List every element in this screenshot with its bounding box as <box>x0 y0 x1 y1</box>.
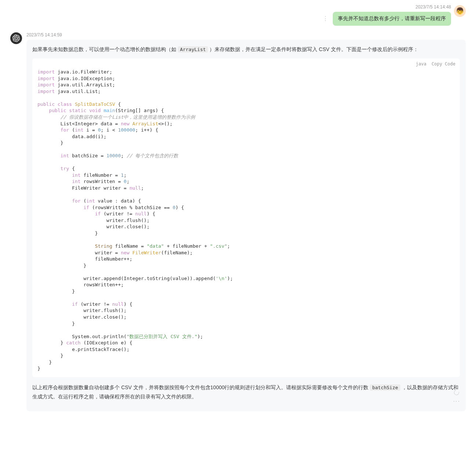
intro-text-b: ）来存储数据，并在满足一定条件时将数据写入 CSV 文件。下面是一个修改后的示例… <box>208 46 418 52</box>
user-timestamp: 2023/7/5 14:14:48 <box>415 4 451 10</box>
user-message-row: 2023/7/5 14:14:48 ⋮ 事先并不知道总数有多少行，请重新写一段程… <box>10 4 466 26</box>
openai-icon <box>12 35 20 42</box>
assistant-content: 2023/7/5 14:14:59 如果事先未知数据总数，可以使用一个动态增长的… <box>26 32 466 411</box>
code-body: import java.io.FileWriter; import java.i… <box>32 67 460 377</box>
more-icon[interactable]: ⋮ <box>453 398 460 405</box>
assistant-bubble: 如果事先未知数据总数，可以使用一个动态增长的数据结构（如 ArrayList ）… <box>26 40 466 411</box>
outro-text-a: 以上程序会根据数据数量自动创建多个 CSV 文件，并将数据按照每个文件包含100… <box>32 384 370 390</box>
assistant-message-row: 2023/7/5 14:14:59 如果事先未知数据总数，可以使用一个动态增长的… <box>10 32 466 411</box>
code-block: java Copy Code import java.io.FileWriter… <box>32 58 460 377</box>
code-lang-label: java <box>416 61 426 67</box>
outro-paragraph: 以上程序会根据数据数量自动创建多个 CSV 文件，并将数据按照每个文件包含100… <box>32 383 460 401</box>
user-message-content: 2023/7/5 14:14:48 ⋮ 事先并不知道总数有多少行，请重新写一段程… <box>321 4 451 26</box>
inline-code-batchsize: batchSize <box>370 384 400 391</box>
copy-code-button[interactable]: Copy Code <box>432 61 455 67</box>
code-header: java Copy Code <box>32 58 460 67</box>
inline-code-arraylist: ArrayList <box>178 46 208 53</box>
regenerate-icon[interactable] <box>453 389 460 396</box>
user-bubble: 事先并不知道总数有多少行，请重新写一段程序 <box>333 12 451 26</box>
message-actions: ⋮ <box>453 390 460 405</box>
user-avatar: 👦 <box>454 5 466 17</box>
intro-text-a: 如果事先未知数据总数，可以使用一个动态增长的数据结构（如 <box>32 46 178 52</box>
intro-paragraph: 如果事先未知数据总数，可以使用一个动态增长的数据结构（如 ArrayList ）… <box>32 45 460 54</box>
more-icon[interactable]: ⋮ <box>321 16 330 22</box>
assistant-timestamp: 2023/7/5 14:14:59 <box>26 32 466 37</box>
assistant-avatar <box>10 32 22 44</box>
